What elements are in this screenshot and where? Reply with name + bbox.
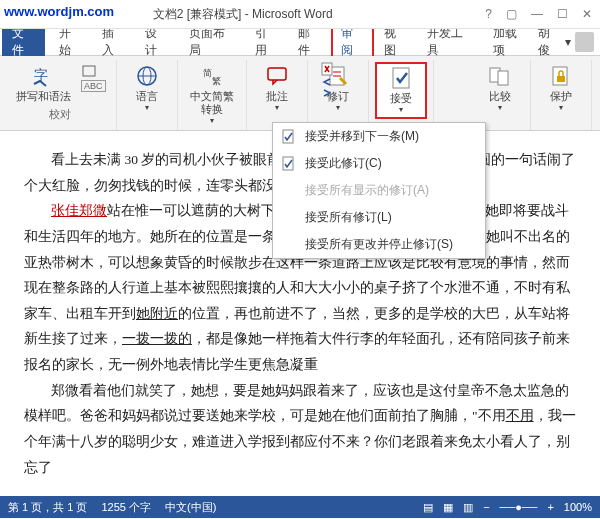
language-icon — [135, 64, 159, 88]
dd-accept-this-label: 接受此修订(C) — [305, 155, 382, 172]
rev-noneed: 不用 — [506, 408, 534, 423]
zoom-level[interactable]: 100% — [564, 501, 592, 513]
status-bar: 第 1 页，共 1 页 1255 个字 中文(中国) ▤ ▦ ▥ − ──●──… — [0, 496, 600, 518]
dd-accept-next-label: 接受并移到下一条(M) — [305, 128, 419, 145]
language-label: 语言 — [136, 90, 158, 103]
compare-label: 比较 — [489, 90, 511, 103]
comment-button[interactable]: 批注▾ — [253, 62, 301, 115]
zoom-out-icon[interactable]: − — [483, 501, 489, 513]
ribbon-toggle-icon[interactable]: ▢ — [506, 7, 517, 21]
dd-accept-next[interactable]: 接受并移到下一条(M) — [273, 123, 485, 150]
status-lang[interactable]: 中文(中国) — [165, 500, 216, 515]
protect-button[interactable]: 保护▾ — [537, 62, 585, 115]
svg-rect-18 — [283, 157, 293, 170]
ribbon: 字 拼写和语法 ABC 校对 语言▾ 简繁 中文简繁 转换▾ 批注▾ 修订▾ 接… — [0, 56, 600, 131]
chinese-convert-label: 中文简繁 转换 — [190, 90, 234, 116]
watermark: www.wordjm.com — [4, 4, 114, 19]
user-name: 胡俊 — [538, 25, 561, 59]
protect-label: 保护 — [550, 90, 572, 103]
wordcount-icon[interactable]: ABC — [81, 80, 106, 92]
para-3: 郑微看着他们就笑了，她想，要是她妈妈跟着来了，应该也是这付皇帝不急太监急的模样吧… — [24, 378, 576, 481]
compare-button[interactable]: 比较▾ — [476, 62, 524, 115]
language-button[interactable]: 语言▾ — [123, 62, 171, 115]
dd-accept-shown-label: 接受所有显示的修订(A) — [305, 182, 429, 199]
prev-icon[interactable] — [320, 77, 336, 87]
rev-batch: 一拨一拨的 — [122, 331, 192, 346]
spellcheck-icon: 字 — [32, 64, 56, 88]
close-icon[interactable]: ✕ — [582, 7, 592, 21]
user-area[interactable]: 胡俊 ▾ — [538, 25, 600, 59]
comment-label: 批注 — [266, 90, 288, 103]
view-read-icon[interactable]: ▦ — [443, 501, 453, 514]
accept-button[interactable]: 接受▾ — [375, 62, 427, 119]
avatar — [575, 32, 594, 52]
title-bar: www.wordjm.com 文档2 [兼容模式] - Microsoft Wo… — [0, 0, 600, 29]
zoom-slider[interactable]: ──●── — [500, 501, 538, 513]
group-proofing: 字 拼写和语法 ABC 校对 — [4, 60, 117, 130]
maximize-icon[interactable]: ☐ — [557, 7, 568, 21]
svg-text:繁: 繁 — [212, 76, 221, 86]
compare-icon — [488, 64, 512, 88]
spellcheck-button[interactable]: 字 拼写和语法 — [10, 62, 77, 105]
accept-dropdown: 接受并移到下一条(M) 接受此修订(C) 接受所有显示的修订(A) 接受所有修订… — [272, 122, 486, 259]
protect-icon — [549, 64, 573, 88]
reject-icon[interactable] — [320, 62, 336, 76]
dd-accept-all[interactable]: 接受所有修订(L) — [273, 204, 485, 231]
next-icon[interactable] — [320, 88, 336, 98]
chinese-convert-icon: 简繁 — [200, 64, 224, 88]
group-proof-label: 校对 — [49, 105, 71, 124]
spellcheck-label: 拼写和语法 — [16, 90, 71, 103]
ribbon-tabs: 文件 开始 插入 设计 页面布局 引用 邮件 审阅 视图 开发工具 加载项 胡俊… — [0, 29, 600, 56]
rev-name: 张佳郑微 — [51, 203, 107, 218]
status-words[interactable]: 1255 个字 — [101, 500, 151, 515]
zoom-in-icon[interactable]: + — [547, 501, 553, 513]
rev-near: 她附近 — [136, 306, 178, 321]
help-icon[interactable]: ? — [485, 7, 492, 21]
view-print-icon[interactable]: ▤ — [423, 501, 433, 514]
svg-rect-17 — [283, 130, 293, 143]
accept-icon — [389, 66, 413, 90]
svg-rect-7 — [268, 68, 286, 80]
svg-rect-1 — [83, 66, 95, 76]
svg-text:简: 简 — [203, 68, 212, 78]
dd-accept-shown: 接受所有显示的修订(A) — [273, 177, 485, 204]
status-page[interactable]: 第 1 页，共 1 页 — [8, 500, 87, 515]
comment-icon — [265, 64, 289, 88]
thesaurus-icon[interactable] — [81, 64, 106, 78]
accept-this-icon — [281, 156, 299, 172]
user-dropdown-icon: ▾ — [565, 35, 571, 49]
accept-label: 接受 — [390, 92, 412, 105]
svg-rect-14 — [498, 71, 508, 85]
svg-rect-11 — [393, 68, 409, 88]
chinese-convert-button[interactable]: 简繁 中文简繁 转换▾ — [184, 62, 240, 128]
accept-next-icon — [281, 129, 299, 145]
dd-accept-stop-label: 接受所有更改并停止修订(S) — [305, 236, 453, 253]
dd-accept-stop[interactable]: 接受所有更改并停止修订(S) — [273, 231, 485, 258]
dd-accept-this[interactable]: 接受此修订(C) — [273, 150, 485, 177]
svg-rect-16 — [557, 76, 565, 82]
minimize-icon[interactable]: — — [531, 7, 543, 21]
dd-accept-all-label: 接受所有修订(L) — [305, 209, 392, 226]
view-web-icon[interactable]: ▥ — [463, 501, 473, 514]
